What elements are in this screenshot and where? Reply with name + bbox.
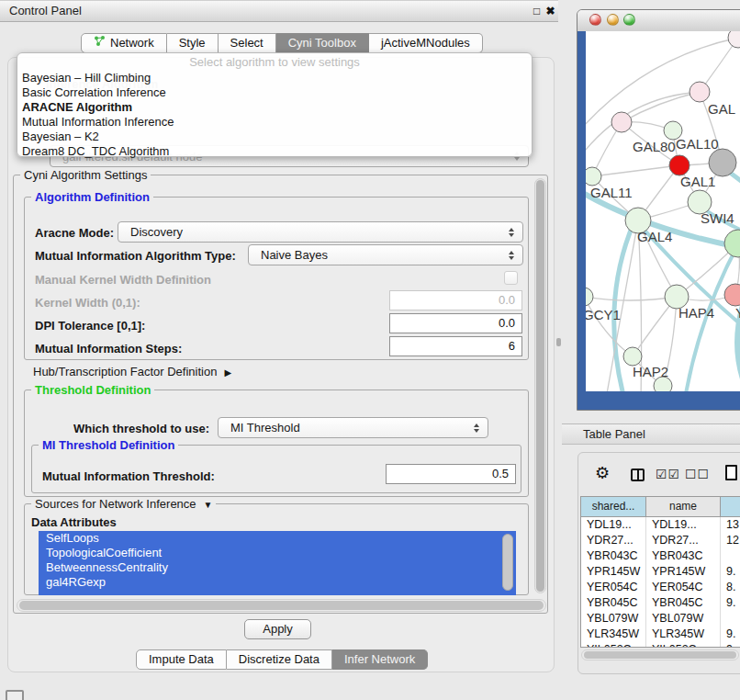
columns-icon[interactable] <box>631 469 645 481</box>
algorithm-definition-legend: Algorithm Definition <box>31 190 153 204</box>
network-view-window[interactable]: GALGAL80GAL10GAL11GAL1GAL4SWI4GCY1HAP4YH… <box>577 9 740 411</box>
column-header[interactable]: name <box>646 497 721 516</box>
panel-divider-handle[interactable] <box>556 338 561 346</box>
tab-select[interactable]: Select <box>219 33 276 53</box>
table-row[interactable]: YER054CYER054C8. <box>581 580 740 595</box>
corner-dock-icon[interactable] <box>6 690 24 700</box>
table-cell: YDL19... <box>646 517 721 533</box>
tab-impute-data[interactable]: Impute Data <box>136 649 227 670</box>
attribute-item[interactable]: BetweennessCentrality <box>39 560 516 575</box>
table-row[interactable]: YDR27...YDR27...12 <box>581 533 740 548</box>
table-row[interactable]: YBL079WYBL079W <box>581 611 740 627</box>
network-node[interactable] <box>724 230 740 257</box>
which-threshold-combo[interactable]: MI Threshold <box>218 417 488 438</box>
network-edge <box>586 297 633 356</box>
table-cell: YBL079W <box>646 611 721 627</box>
node-table[interactable]: shared...nameYDL19...YDL19...13YDR27...Y… <box>580 496 740 648</box>
kernel-width-field[interactable]: 0.0 <box>389 290 522 310</box>
app-root: Control Panel □ ✖ NetworkStyleSelectCyni… <box>0 0 740 700</box>
mi-steps-field[interactable]: 6 <box>389 336 522 356</box>
table-row[interactable]: YLR345WYLR345W9. <box>581 627 740 642</box>
attribute-item[interactable]: TopologicalCoefficient <box>39 546 516 560</box>
mi-threshold-field[interactable]: 0.5 <box>386 464 516 484</box>
gear-icon[interactable]: ⚙ <box>595 464 610 482</box>
table-cell: YIL052C <box>581 642 646 648</box>
network-node[interactable] <box>611 112 632 132</box>
table-cell: 9. <box>721 642 740 648</box>
network-node[interactable] <box>669 155 690 175</box>
minimize-light-icon[interactable] <box>607 14 619 26</box>
algorithm-option[interactable]: ARACNE Algorithm <box>17 100 532 115</box>
table-hscrollbar-thumb[interactable] <box>584 651 736 659</box>
table-cell <box>721 548 740 564</box>
network-node[interactable] <box>586 167 601 186</box>
manual-kernel-checkbox[interactable] <box>504 271 518 285</box>
tab-jactivemnodules[interactable]: jActiveMNodules <box>369 33 483 53</box>
tab-label: Network <box>110 34 154 52</box>
apply-button[interactable]: Apply <box>244 619 311 639</box>
settings-hscrollbar-thumb[interactable] <box>19 601 544 610</box>
table-cell: 9. <box>721 564 740 580</box>
algorithm-option[interactable]: Bayesian – K2 <box>17 130 532 144</box>
network-node[interactable] <box>623 347 642 366</box>
file-icon[interactable] <box>725 465 737 480</box>
table-cell <box>721 611 740 627</box>
table-row[interactable]: YBR045CYBR045C9. <box>581 595 740 611</box>
table-hscrollbar[interactable] <box>581 649 739 660</box>
table-row[interactable]: YIL052CYIL052C9. <box>581 642 740 648</box>
tab-cyni-toolbox[interactable]: Cyni Toolbox <box>276 33 369 53</box>
network-node[interactable] <box>709 149 736 176</box>
column-header[interactable] <box>721 497 740 516</box>
table-cell: 9. <box>721 627 740 642</box>
sources-legend[interactable]: Sources for Network Inference▼ <box>31 497 216 511</box>
tab-discretize-data[interactable]: Discretize Data <box>227 649 332 670</box>
show-columns-icon[interactable]: ☑☑ <box>656 467 680 481</box>
table-cell: YER054C <box>646 580 721 595</box>
tab-style[interactable]: Style <box>167 33 219 53</box>
tab-network[interactable]: Network <box>81 33 167 53</box>
algorithm-option[interactable]: Mutual Information Inference <box>17 115 532 130</box>
table-panel-header: Table Panel <box>562 423 740 445</box>
stepper-icon <box>509 228 514 237</box>
settings-hscrollbar[interactable] <box>17 599 546 612</box>
float-window-icon[interactable]: □ <box>530 1 544 21</box>
network-node[interactable] <box>728 31 740 48</box>
algorithm-dropdown[interactable]: Select algorithm to view settings Bayesi… <box>17 52 533 157</box>
dpi-tolerance-field[interactable]: 0.0 <box>389 313 522 333</box>
algorithm-option[interactable]: Basic Correlation Inference <box>17 85 532 100</box>
algorithm-option[interactable]: Dream8 DC_TDC Algorithm <box>17 144 532 159</box>
attribute-item[interactable]: SelfLoops <box>39 531 516 546</box>
attributes-vscrollbar-thumb[interactable] <box>502 534 513 591</box>
attribute-item[interactable]: gal4RGexp <box>39 575 516 590</box>
hub-definition-toggle[interactable]: Hub/Transcription Factor Definition▶ <box>33 365 231 378</box>
tab-label: Style <box>179 34 206 52</box>
network-node[interactable] <box>586 288 593 306</box>
network-node[interactable] <box>724 284 740 306</box>
network-node-label: HAP2 <box>633 364 668 379</box>
network-node-label: SWI4 <box>701 210 734 226</box>
network-node[interactable] <box>690 82 710 102</box>
close-light-icon[interactable] <box>589 14 601 26</box>
hide-columns-icon[interactable]: ☐☐ <box>685 467 710 481</box>
column-header[interactable]: shared... <box>581 497 646 516</box>
table-row[interactable]: YDL19...YDL19...13 <box>581 517 740 533</box>
settings-vscrollbar[interactable] <box>534 178 546 593</box>
mi-type-combo[interactable]: Naive Bayes <box>248 244 523 265</box>
table-row[interactable]: YPR145WYPR145W9. <box>581 564 740 580</box>
tab-infer-network[interactable]: Infer Network <box>332 649 428 670</box>
attribute-item[interactable] <box>39 590 516 595</box>
table-header-row: shared...name <box>581 497 740 517</box>
algorithm-option[interactable]: Bayesian – Hill Climbing <box>17 71 532 85</box>
threshold-definition-legend: Threshold Definition <box>31 383 154 397</box>
table-cell: YBR043C <box>646 548 721 564</box>
table-cell: 13 <box>721 517 740 533</box>
data-attributes-list[interactable]: SelfLoopsTopologicalCoefficientBetweenne… <box>39 531 516 595</box>
settings-vscrollbar-thumb[interactable] <box>536 180 544 592</box>
network-edge <box>586 297 677 300</box>
zoom-light-icon[interactable] <box>623 14 635 26</box>
close-icon[interactable]: ✖ <box>544 1 557 21</box>
network-canvas[interactable]: GALGAL80GAL10GAL11GAL1GAL4SWI4GCY1HAP4YH… <box>586 31 740 391</box>
table-row[interactable]: YBR043CYBR043C <box>581 548 740 564</box>
network-window-titlebar[interactable] <box>577 10 740 32</box>
aracne-mode-combo[interactable]: Discovery <box>118 221 523 243</box>
